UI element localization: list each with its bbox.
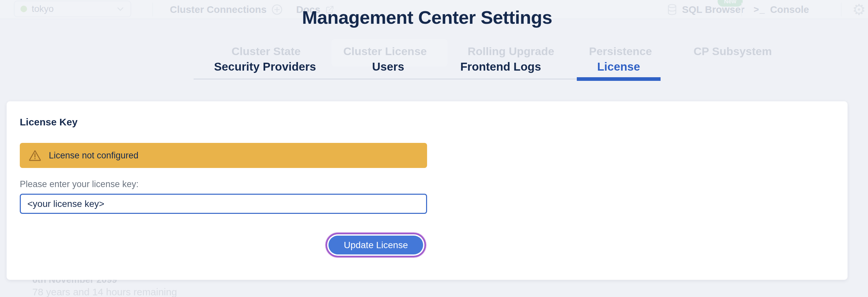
modal-title: Management Center Settings	[0, 7, 854, 28]
tab-frontend-logs[interactable]: Frontend Logs	[440, 60, 562, 79]
tab-license[interactable]: License	[577, 60, 660, 79]
warning-banner: License not configured	[20, 143, 427, 168]
license-key-card: License Key License not configured Pleas…	[7, 101, 847, 280]
license-key-input[interactable]	[20, 194, 427, 214]
button-row: Update License	[20, 236, 427, 255]
tab-security-providers[interactable]: Security Providers	[194, 60, 336, 79]
tab-users[interactable]: Users	[351, 60, 425, 79]
license-input-label: Please enter your license key:	[20, 179, 834, 189]
warning-triangle-icon	[28, 149, 41, 161]
settings-tab-bar: Security Providers Users Frontend Logs L…	[194, 60, 660, 80]
warning-banner-text: License not configured	[49, 150, 138, 161]
update-license-button[interactable]: Update License	[329, 236, 423, 255]
card-heading: License Key	[20, 117, 834, 128]
management-center-settings-modal: Management Center Settings Security Prov…	[0, 0, 868, 297]
